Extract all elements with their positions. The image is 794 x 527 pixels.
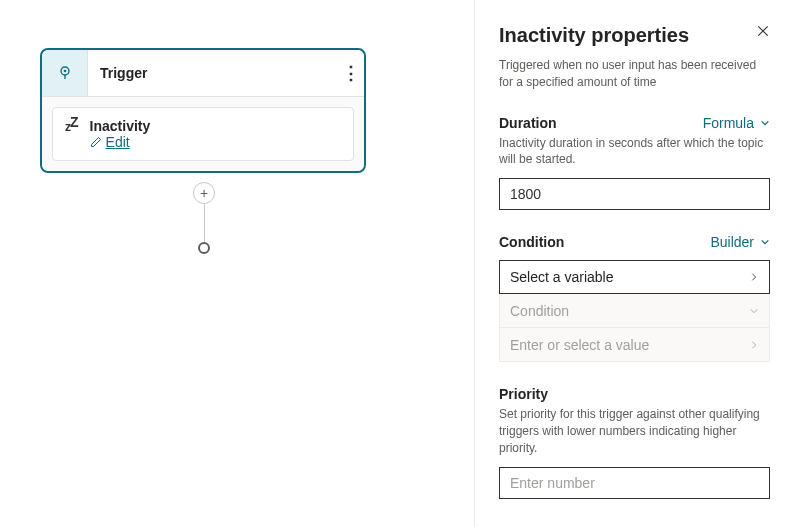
priority-input[interactable] [499,467,770,499]
priority-desc: Set priority for this trigger against ot… [499,406,770,456]
condition-operator-label: Condition [510,303,569,319]
priority-section: Priority Set priority for this trigger a… [499,386,770,498]
panel-subtitle: Triggered when no user input has been re… [499,57,770,91]
duration-title: Duration [499,115,557,131]
add-node-button[interactable]: + [193,182,215,204]
edit-label: Edit [106,134,130,150]
terminal-node [198,242,210,254]
properties-panel: Inactivity properties Triggered when no … [474,0,794,527]
priority-title: Priority [499,386,770,402]
edit-link[interactable]: Edit [90,134,151,150]
duration-desc: Inactivity duration in seconds after whi… [499,135,770,169]
select-variable-dropdown[interactable]: Select a variable [499,260,770,294]
duration-formula-link[interactable]: Formula [703,115,770,131]
close-button[interactable] [756,24,770,41]
trigger-header: Trigger ⋮ [42,50,364,96]
connector-line [204,204,205,242]
canvas: Trigger ⋮ zZ Inactivity Edit + [0,0,474,527]
inactivity-icon: zZ [65,118,78,134]
condition-value-placeholder: Enter or select a value [510,337,649,353]
trigger-card[interactable]: Trigger ⋮ zZ Inactivity Edit [40,48,366,173]
svg-point-1 [63,70,66,73]
duration-input[interactable] [499,178,770,210]
panel-title: Inactivity properties [499,24,689,47]
condition-builder-link[interactable]: Builder [710,234,770,250]
duration-section: Duration Formula Inactivity duration in … [499,115,770,211]
condition-value-row: Enter or select a value [499,328,770,362]
condition-title: Condition [499,234,564,250]
inactivity-card[interactable]: zZ Inactivity Edit [52,107,354,161]
select-variable-placeholder: Select a variable [510,269,614,285]
condition-operator-row: Condition [499,294,770,328]
trigger-icon [42,50,88,96]
inactivity-title: Inactivity [90,118,151,134]
trigger-title: Trigger [88,65,336,81]
more-button[interactable]: ⋮ [336,62,364,84]
condition-section: Condition Builder Select a variable Cond… [499,234,770,362]
